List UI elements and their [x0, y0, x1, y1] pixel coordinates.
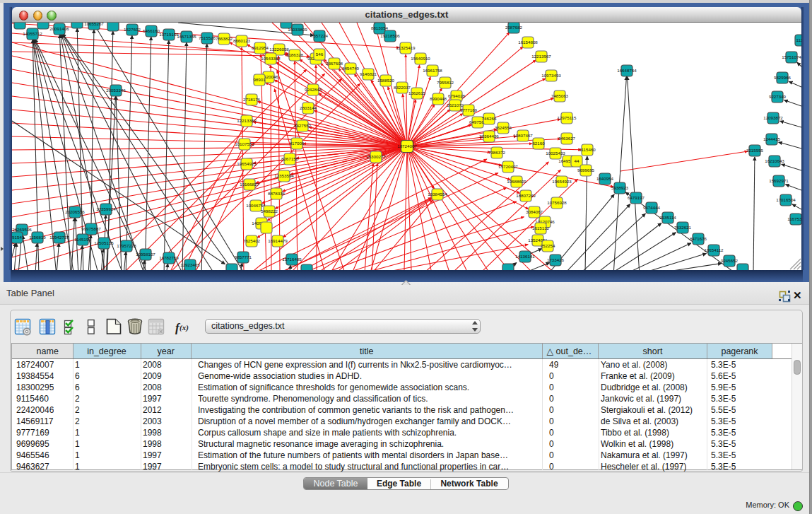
svg-text:19384554: 19384554 [428, 192, 447, 197]
svg-text:11325419: 11325419 [396, 45, 416, 50]
svg-text:20206536: 20206536 [65, 209, 85, 214]
svg-text:19654925: 19654925 [237, 161, 257, 166]
svg-text:10107553: 10107553 [235, 141, 254, 146]
svg-text:26269506: 26269506 [12, 227, 32, 232]
svg-text:1527602: 1527602 [124, 27, 141, 32]
svg-text:7515526: 7515526 [199, 35, 216, 40]
svg-text:8878334: 8878334 [268, 191, 286, 196]
svg-text:(x): (x) [180, 323, 189, 332]
svg-text:8990448: 8990448 [430, 96, 447, 101]
svg-text:7386372: 7386372 [488, 150, 506, 155]
svg-text:546: 546 [316, 52, 324, 57]
svg-text:10973493: 10973493 [541, 73, 561, 78]
svg-text:3624554: 3624554 [495, 125, 512, 130]
svg-text:5938923: 5938923 [611, 185, 629, 190]
svg-text:9329966: 9329966 [774, 75, 792, 80]
svg-text:17016504: 17016504 [776, 197, 796, 202]
svg-text:16033809: 16033809 [288, 27, 307, 32]
svg-text:8660123: 8660123 [233, 38, 251, 43]
svg-text:8322037: 8322037 [394, 85, 411, 90]
svg-text:14055712: 14055712 [23, 31, 42, 36]
svg-text:1112: 1112 [796, 37, 801, 42]
svg-text:8471676: 8471676 [690, 236, 707, 241]
svg-text:1615132: 1615132 [532, 226, 550, 230]
svg-text:20053346: 20053346 [106, 88, 126, 93]
svg-text:16782759: 16782759 [159, 255, 179, 260]
svg-text:9857771: 9857771 [235, 255, 252, 259]
svg-text:98901: 98901 [253, 77, 266, 82]
svg-text:10654112: 10654112 [704, 247, 724, 252]
svg-text:1156819: 1156819 [29, 235, 46, 240]
svg-text:13226058: 13226058 [269, 47, 289, 52]
svg-text:15751074: 15751074 [782, 54, 801, 59]
svg-text:18724007: 18724007 [397, 144, 417, 148]
svg-text:7632621: 7632621 [674, 225, 692, 230]
svg-text:6479197: 6479197 [628, 195, 645, 200]
svg-text:2367608: 2367608 [326, 61, 343, 66]
svg-text:15640910: 15640910 [411, 56, 430, 61]
svg-text:1621072: 1621072 [447, 103, 464, 107]
svg-text:12975115: 12975115 [557, 115, 577, 120]
svg-text:6794028: 6794028 [448, 93, 466, 98]
svg-text:1167531: 1167531 [787, 216, 801, 221]
svg-text:19654923: 19654923 [552, 179, 572, 184]
svg-text:25300277: 25300277 [366, 154, 386, 159]
svg-text:2087682: 2087682 [505, 25, 523, 30]
svg-text:10655267: 10655267 [84, 23, 104, 26]
svg-text:8267150: 8267150 [281, 156, 299, 161]
svg-text:18807249: 18807249 [516, 193, 536, 198]
svg-text:6466160: 6466160 [143, 28, 160, 33]
svg-text:12353594: 12353594 [274, 173, 294, 178]
svg-text:16210643: 16210643 [765, 158, 784, 163]
svg-text:9699695: 9699695 [577, 168, 595, 173]
svg-text:9245652: 9245652 [721, 258, 739, 263]
svg-text:7625402: 7625402 [243, 238, 261, 243]
svg-text:1244415: 1244415 [763, 136, 781, 141]
svg-text:16914479: 16914479 [268, 238, 288, 243]
svg-text:252254: 252254 [541, 243, 555, 248]
svg-text:12093872: 12093872 [763, 115, 783, 120]
svg-text:20364436: 20364436 [479, 134, 499, 139]
svg-text:19166827: 19166827 [240, 182, 259, 187]
svg-text:16154808: 16154808 [518, 40, 538, 45]
svg-text:746266: 746266 [482, 116, 497, 121]
svg-text:99975887: 99975887 [81, 226, 101, 231]
svg-text:7663822: 7663822 [216, 36, 233, 41]
svg-text:7955812: 7955812 [437, 80, 454, 85]
svg-text:8186328: 8186328 [286, 52, 304, 57]
svg-text:5498222: 5498222 [261, 209, 278, 214]
svg-text:16648764: 16648764 [617, 68, 637, 73]
svg-text:15692971: 15692971 [769, 178, 789, 183]
svg-text:10025433: 10025433 [546, 151, 565, 156]
svg-text:9242843: 9242843 [305, 87, 322, 92]
svg-text:1640954: 1640954 [596, 176, 614, 181]
svg-text:14136141: 14136141 [515, 254, 535, 259]
svg-text:10688609: 10688609 [507, 179, 526, 184]
svg-text:8454749: 8454749 [342, 66, 360, 71]
svg-text:9777169: 9777169 [460, 107, 478, 112]
svg-text:2803144: 2803144 [300, 105, 317, 110]
svg-text:417006: 417006 [290, 141, 305, 146]
svg-text:3215955: 3215955 [746, 148, 764, 153]
svg-text:16671355: 16671355 [177, 34, 196, 39]
svg-text:20091406: 20091406 [49, 26, 69, 31]
svg-text:10958107: 10958107 [136, 252, 155, 257]
svg-text:7357224: 7357224 [311, 33, 329, 38]
svg-text:12213967: 12213967 [531, 54, 551, 59]
svg-text:9463627: 9463627 [558, 136, 576, 141]
svg-text:391541: 391541 [12, 235, 25, 240]
svg-text:9474444: 9474444 [643, 205, 661, 210]
svg-text:62160: 62160 [532, 141, 545, 146]
svg-text:3084067: 3084067 [526, 209, 543, 214]
svg-text:2935114: 2935114 [659, 215, 676, 220]
svg-text:8813054: 8813054 [371, 25, 389, 30]
svg-text:12942737: 12942737 [49, 235, 69, 240]
svg-text:12923465: 12923465 [180, 262, 200, 267]
svg-text:1362615: 1362615 [408, 90, 426, 95]
svg-text:15716485: 15716485 [282, 257, 302, 262]
svg-text:10807467: 10807467 [513, 133, 533, 138]
svg-text:8427552: 8427552 [294, 123, 312, 128]
svg-text:44: 44 [575, 158, 579, 163]
svg-text:10719155: 10719155 [159, 32, 179, 37]
svg-text:10756928: 10756928 [547, 200, 567, 205]
